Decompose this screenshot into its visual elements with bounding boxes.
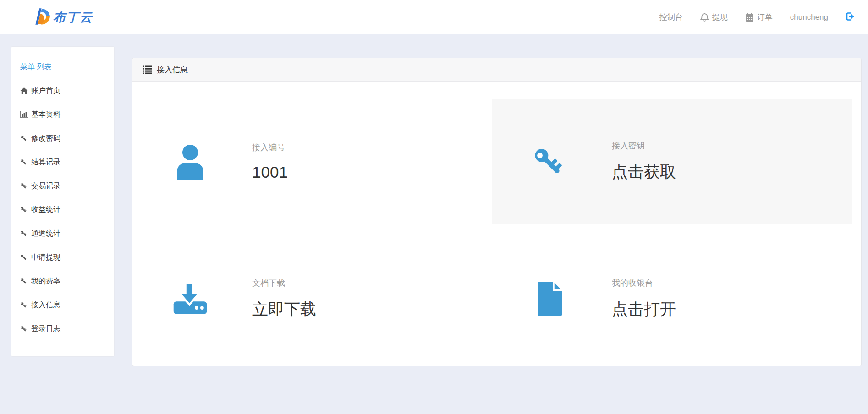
tile-value: 点击打开 bbox=[612, 299, 676, 320]
sidebar-item-label: 交易记录 bbox=[31, 181, 60, 191]
download-icon bbox=[173, 281, 208, 317]
sidebar-item-label: 修改密码 bbox=[31, 134, 60, 143]
nav-item-user[interactable]: chuncheng bbox=[790, 13, 828, 22]
tile-label: 我的收银台 bbox=[612, 278, 676, 289]
sign-out-icon bbox=[846, 12, 855, 23]
tile-value: 立即下载 bbox=[252, 299, 316, 320]
sidebar-item-label: 申请提现 bbox=[31, 253, 60, 262]
nav-item-label: 提现 bbox=[712, 12, 728, 22]
sidebar-item-access-info[interactable]: 接入信息 bbox=[11, 293, 114, 317]
sidebar-item-label: 账户首页 bbox=[31, 86, 60, 96]
sidebar-item-login-log[interactable]: 登录日志 bbox=[11, 317, 114, 341]
sidebar-item-channel-stats[interactable]: 通道统计 bbox=[11, 222, 114, 245]
sidebar-item-settlement-log[interactable]: 结算记录 bbox=[11, 150, 114, 174]
sidebar: 菜单 列表 账户首页 基本资料 修改密码 结算记录 交易记录 收益统计 通道统计… bbox=[11, 46, 115, 357]
tile-my-checkout[interactable]: 我的收银台 点击打开 bbox=[492, 236, 852, 361]
sidebar-item-label: 我的费率 bbox=[31, 277, 60, 286]
key-icon bbox=[20, 301, 31, 309]
tile-access-key[interactable]: 接入密钥 点击获取 bbox=[492, 99, 852, 224]
sidebar-item-label: 登录日志 bbox=[31, 324, 60, 334]
access-info-card: 接入信息 接入编号 1001 接入密钥 点击获取 文档下载 立即下载 我的收银台… bbox=[132, 58, 862, 366]
key-icon bbox=[20, 158, 31, 166]
sidebar-item-apply-withdraw[interactable]: 申请提现 bbox=[11, 245, 114, 269]
file-icon bbox=[533, 281, 567, 317]
key-icon bbox=[20, 230, 31, 237]
bar-chart-icon bbox=[20, 111, 31, 118]
logout-button[interactable] bbox=[846, 12, 855, 23]
key-icon bbox=[20, 206, 31, 213]
sidebar-item-label: 通道统计 bbox=[31, 229, 60, 239]
user-icon bbox=[173, 143, 208, 180]
tile-label: 接入密钥 bbox=[612, 140, 676, 151]
nav-menu: 控制台 提现 订单 chuncheng bbox=[659, 0, 855, 34]
sidebar-item-account-home[interactable]: 账户首页 bbox=[11, 79, 114, 103]
nav-item-label: 订单 bbox=[757, 12, 773, 22]
sidebar-item-basic-info[interactable]: 基本资料 bbox=[11, 103, 114, 126]
nav-item-label: 控制台 bbox=[659, 12, 683, 22]
tile-access-number[interactable]: 接入编号 1001 bbox=[132, 99, 492, 224]
top-navbar: 布丁云 控制台 提现 订单 chuncheng bbox=[0, 0, 868, 34]
nav-item-withdraw[interactable]: 提现 bbox=[700, 12, 728, 22]
sidebar-item-label: 收益统计 bbox=[31, 205, 60, 215]
card-header: 接入信息 bbox=[132, 58, 861, 82]
tile-value: 点击获取 bbox=[612, 161, 676, 183]
sidebar-item-label: 结算记录 bbox=[31, 158, 60, 167]
tile-label: 文档下载 bbox=[252, 278, 316, 289]
sidebar-item-change-password[interactable]: 修改密码 bbox=[11, 126, 114, 150]
big-key-icon bbox=[533, 143, 567, 180]
tiles-grid: 接入编号 1001 接入密钥 点击获取 文档下载 立即下载 我的收银台 点击打开 bbox=[132, 82, 861, 361]
sidebar-title: 菜单 列表 bbox=[11, 55, 114, 79]
sidebar-item-label: 接入信息 bbox=[31, 300, 60, 310]
tile-doc-download[interactable]: 文档下载 立即下载 bbox=[132, 236, 492, 361]
card-title: 接入信息 bbox=[157, 65, 188, 75]
key-icon bbox=[20, 135, 31, 142]
home-icon bbox=[20, 87, 31, 94]
sidebar-item-transaction-log[interactable]: 交易记录 bbox=[11, 174, 114, 198]
sidebar-items: 账户首页 基本资料 修改密码 结算记录 交易记录 收益统计 通道统计 申请提现 … bbox=[11, 79, 114, 341]
tile-label: 接入编号 bbox=[252, 142, 288, 153]
brand-logo-icon bbox=[32, 7, 51, 28]
key-icon bbox=[20, 182, 31, 190]
sidebar-item-my-rates[interactable]: 我的费率 bbox=[11, 269, 114, 293]
brand[interactable]: 布丁云 bbox=[32, 6, 93, 28]
key-icon bbox=[20, 278, 31, 285]
brand-name: 布丁云 bbox=[53, 9, 93, 26]
list-icon bbox=[143, 65, 152, 74]
key-icon bbox=[20, 325, 31, 332]
sidebar-item-revenue-stats[interactable]: 收益统计 bbox=[11, 198, 114, 222]
key-icon bbox=[20, 254, 31, 261]
bell-icon bbox=[700, 13, 709, 22]
nav-item-label: chuncheng bbox=[790, 13, 828, 22]
nav-item-orders[interactable]: 订单 bbox=[745, 12, 773, 22]
calendar-icon bbox=[745, 13, 754, 22]
sidebar-item-label: 基本资料 bbox=[31, 110, 60, 120]
tile-value: 1001 bbox=[252, 163, 288, 181]
nav-item-console[interactable]: 控制台 bbox=[659, 12, 683, 22]
